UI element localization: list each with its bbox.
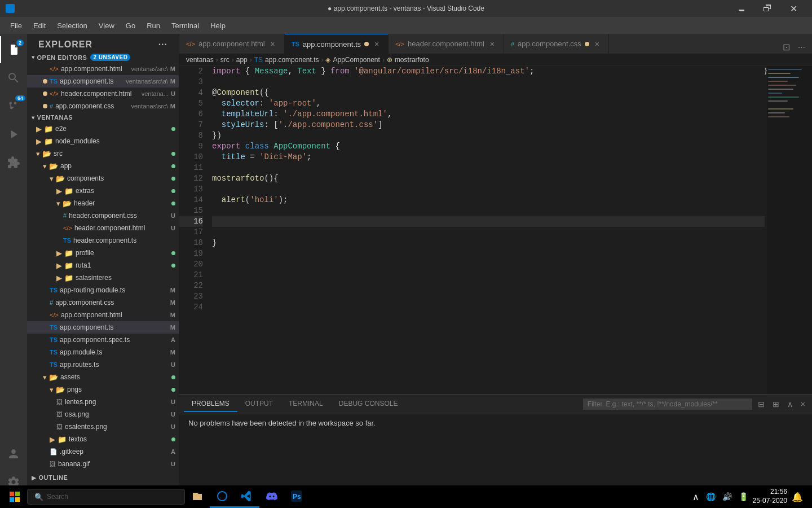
tree-banana[interactable]: 🖼 banana.gif U (27, 458, 179, 470)
tab-close-html1[interactable]: × (268, 40, 277, 49)
taskbar-clock[interactable]: 21:56 25-07-2020 (753, 488, 787, 505)
taskbar-battery-icon[interactable]: 🔋 (736, 490, 751, 503)
taskbar-right: ∧ 🌐 🔊 🔋 21:56 25-07-2020 🔔 (690, 488, 810, 505)
open-editors-section-header[interactable]: ▾ OPEN EDITORS 2 UNSAVED (27, 52, 179, 63)
tree-app[interactable]: ▾ 📂 app (27, 160, 179, 172)
taskbar-photoshop[interactable]: Ps (284, 485, 309, 508)
breadcrumb-src[interactable]: src (220, 56, 230, 64)
tree-profile[interactable]: ▶ 📁 profile (27, 247, 179, 259)
explorer-activity-icon[interactable]: 2 (0, 36, 27, 63)
breadcrumb-method[interactable]: mostrarfoto (395, 56, 429, 64)
tree-app-spec[interactable]: TS app.component.spec.ts A (27, 334, 179, 346)
taskbar-notification-icon[interactable]: 🔔 (789, 489, 805, 505)
start-button[interactable] (2, 485, 27, 508)
tab-close-html2[interactable]: × (488, 40, 497, 49)
tab-close-ts[interactable]: × (372, 40, 381, 49)
taskbar-up-arrow[interactable]: ∧ (690, 489, 701, 505)
tree-app-module[interactable]: TS app.module.ts M (27, 346, 179, 358)
code-content[interactable]: import { Message, Text } from '@angular/… (208, 66, 765, 394)
menu-run[interactable]: Run (142, 19, 165, 32)
breadcrumb-filename[interactable]: app.component.ts (265, 56, 319, 64)
taskbar-network-icon[interactable]: 🌐 (704, 490, 718, 503)
tree-gitkeep[interactable]: 📄 .gitkeep A (27, 445, 179, 458)
panel-tab-debug-console[interactable]: DEBUG CONSOLE (331, 396, 406, 412)
tree-header-html[interactable]: </> header.component.html U (27, 222, 179, 234)
tree-assets[interactable]: ▾ 📂 assets (27, 371, 179, 383)
tabs-actions: ⊡ ··· (776, 41, 812, 54)
accounts-activity-icon[interactable] (0, 440, 27, 467)
menu-view[interactable]: View (94, 19, 119, 32)
run-debug-activity-icon[interactable] (0, 121, 27, 148)
tab-app-component-html[interactable]: </> app.component.html × (179, 34, 285, 54)
tab-header-component-html[interactable]: </> header.component.html × (389, 34, 504, 54)
menu-terminal[interactable]: Terminal (167, 19, 204, 32)
minimize-button[interactable]: 🗕 (729, 0, 754, 17)
menu-selection[interactable]: Selection (52, 19, 91, 32)
taskbar-volume-icon[interactable]: 🔊 (720, 490, 734, 503)
menu-file[interactable]: File (6, 19, 27, 32)
tab-close-css[interactable]: × (593, 40, 602, 49)
menu-go[interactable]: Go (121, 19, 140, 32)
search-activity-icon[interactable] (0, 64, 27, 91)
tree-components[interactable]: ▾ 📂 components (27, 172, 179, 185)
tree-app-routes[interactable]: TS app.routes.ts U (27, 358, 179, 371)
tree-node-modules[interactable]: ▶ 📁 node_modules (27, 135, 179, 147)
taskbar-search[interactable]: 🔍 Search (27, 489, 185, 505)
open-editor-app-component-ts[interactable]: TS app.component.ts ventanas\src\a\ M (27, 75, 179, 87)
tree-osalentes[interactable]: 🖼 osalentes.png U (27, 421, 179, 433)
tree-ruta1[interactable]: ▶ 📁 ruta1 (27, 259, 179, 271)
tree-salasinteres[interactable]: ▶ 📁 salasinteres (27, 271, 179, 284)
tab-app-component-css[interactable]: # app.component.css × (504, 34, 609, 54)
tree-app-html[interactable]: </> app.component.html M (27, 309, 179, 321)
breadcrumb-app[interactable]: app (236, 56, 248, 64)
close-button[interactable]: ✕ (780, 0, 806, 17)
menu-help[interactable]: Help (206, 19, 230, 32)
extensions-activity-icon[interactable] (0, 149, 27, 176)
tab-app-component-ts[interactable]: TS app.component.ts × (285, 34, 389, 54)
tree-pngs[interactable]: ▾ 📂 pngs (27, 383, 179, 396)
panel-maximize-button[interactable]: ⊞ (770, 398, 782, 410)
open-editor-app-component-html[interactable]: </> app.component.html ventanas\src\ M (27, 63, 179, 75)
breadcrumb-ventanas[interactable]: ventanas (186, 56, 214, 64)
taskbar-explorer[interactable] (185, 485, 210, 508)
sidebar-more-icon[interactable]: ··· (158, 40, 167, 50)
tree-osa[interactable]: 🖼 osa.png U (27, 408, 179, 421)
open-editor-app-component-css[interactable]: # app.component.css ventanas\src\ M (27, 100, 179, 112)
tree-e2e[interactable]: ▶ 📁 e2e (27, 122, 179, 135)
svg-rect-0 (768, 69, 802, 70)
panel-tab-output[interactable]: OUTPUT (237, 396, 281, 412)
more-actions-button[interactable]: ··· (796, 41, 807, 54)
tree-src[interactable]: ▾ 📂 src (27, 147, 179, 160)
tree-textos[interactable]: ▶ 📁 textos (27, 433, 179, 445)
extras-arrow: ▶ (56, 187, 62, 195)
tree-lentes[interactable]: 🖼 lentes.png U (27, 396, 179, 408)
panel-tab-problems[interactable]: PROBLEMS (184, 396, 237, 412)
taskbar-discord[interactable] (259, 485, 284, 508)
textos-folder-icon: 📁 (58, 435, 67, 444)
panel-filter-input[interactable] (583, 398, 752, 410)
outline-section-header[interactable]: ▶ OUTLINE (27, 472, 179, 483)
tree-header[interactable]: ▾ 📂 header (27, 197, 179, 209)
taskbar-vscode[interactable] (235, 485, 259, 508)
tree-app-routing[interactable]: TS app-routing.module.ts M (27, 284, 179, 296)
menu-edit[interactable]: Edit (29, 19, 50, 32)
panel-close-button[interactable]: × (798, 398, 807, 410)
source-control-activity-icon[interactable]: 64 (0, 93, 27, 120)
tree-header-ts[interactable]: TS header.component.ts (27, 234, 179, 247)
filter-icon[interactable]: ⊟ (756, 398, 767, 410)
header-html-icon: </> (63, 225, 72, 231)
tree-header-css[interactable]: # header.component.css U (27, 209, 179, 222)
panel-collapse-button[interactable]: ∧ (785, 398, 795, 410)
folder-icon: ▶ (36, 125, 42, 133)
ventanas-section-header[interactable]: ▾ VENTANAS (27, 112, 179, 122)
tree-app-css[interactable]: # app.component.css M (27, 296, 179, 309)
panel-tab-terminal[interactable]: TERMINAL (281, 396, 331, 412)
dot-indicator (43, 104, 47, 108)
tree-extras[interactable]: ▶ 📁 extras (27, 185, 179, 197)
taskbar-edge[interactable] (210, 485, 235, 508)
tree-app-ts[interactable]: TS app.component.ts M (27, 321, 179, 334)
split-editor-button[interactable]: ⊡ (780, 41, 792, 54)
open-editor-header-component-html[interactable]: </> header.component.html ventana... U (27, 87, 179, 100)
breadcrumb-class[interactable]: AppComponent (333, 56, 379, 64)
maximize-button[interactable]: 🗗 (754, 0, 780, 17)
